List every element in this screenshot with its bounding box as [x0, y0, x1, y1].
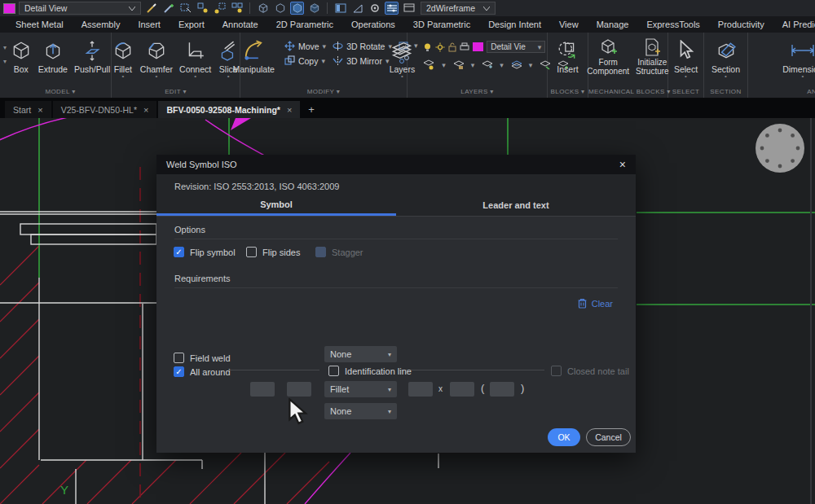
size-input-1[interactable] [408, 382, 433, 397]
select-similar-icon[interactable] [178, 2, 192, 15]
chamfer-button[interactable]: Chamfer• [137, 36, 176, 80]
menu-expresstools[interactable]: ExpressTools [637, 16, 708, 33]
layers-group-label[interactable]: LAYERS ▾ [408, 86, 547, 99]
select-button[interactable]: Select• [671, 36, 701, 80]
identification-line-checkbox[interactable]: Identification line [328, 366, 412, 376]
menu-productivity[interactable]: Productivity [709, 16, 773, 33]
tab-doc1[interactable]: V25-BFV-DN50-HL*× [53, 101, 157, 118]
manipulate-button[interactable]: Manipulate [230, 36, 278, 75]
fillet-button[interactable]: Fillet• [109, 36, 137, 80]
insert-button[interactable]: Insert [553, 36, 581, 75]
dialog-title-bar[interactable]: Weld Symbol ISO × [156, 155, 636, 174]
form-component-button[interactable]: Form Component [584, 36, 632, 77]
layer-states-icon[interactable] [511, 59, 522, 70]
weld-type-mid-dropdown[interactable]: Fillet▾ [324, 381, 397, 397]
menu-2d-parametric[interactable]: 2D Parametric [267, 16, 342, 33]
tab-doc2-active[interactable]: BFV-0050-92508-Machining*× [158, 101, 300, 118]
layer-freeze-toggle-icon[interactable] [482, 59, 492, 70]
tab-start[interactable]: Start× [5, 101, 51, 118]
move-button[interactable]: Move▾ [284, 41, 326, 51]
clear-button[interactable]: Clear [578, 298, 613, 309]
current-layer-color-swatch[interactable] [3, 3, 15, 14]
layer-freeze-sun-icon[interactable] [435, 42, 445, 52]
visual-style-dropdown[interactable]: 2dWireframe [421, 2, 496, 15]
menu-ai-predict[interactable]: AI Predict [773, 16, 815, 33]
menu-assembly[interactable]: Assembly [73, 16, 130, 33]
layer-state-dropdown[interactable]: Detail View [19, 2, 141, 15]
close-tab-icon[interactable]: × [37, 105, 42, 115]
menu-insert[interactable]: Insert [129, 16, 170, 33]
dialog-close-icon[interactable]: × [619, 159, 626, 170]
viewport-icon[interactable] [402, 2, 416, 15]
cancel-button[interactable]: Cancel [586, 428, 631, 446]
prefix-input-1[interactable] [250, 382, 275, 397]
magic-wand-icon[interactable] [161, 2, 175, 15]
menu-manage[interactable]: Manage [588, 16, 638, 33]
layer-lock-icon[interactable] [448, 42, 456, 52]
shaded-cube-icon[interactable] [290, 2, 304, 15]
tab-leader-and-text[interactable]: Leader and text [396, 195, 636, 216]
drawing-explorer-icon[interactable] [333, 2, 347, 15]
layer-lock-toggle-icon[interactable] [453, 59, 464, 70]
layers-button[interactable]: Layers• [386, 36, 419, 80]
extrude-button[interactable]: Extrude [35, 36, 71, 75]
layer-color-swatch[interactable] [473, 42, 483, 51]
menu-export[interactable]: Export [170, 16, 214, 33]
adaptive-grid-icon[interactable] [385, 2, 399, 15]
close-tab-icon[interactable]: × [287, 105, 292, 115]
size-input-3[interactable] [490, 382, 514, 397]
show-objects-icon[interactable] [230, 2, 244, 15]
all-around-checkbox[interactable]: ✓All around [174, 366, 231, 377]
hidden-lines-cube-icon[interactable] [273, 2, 287, 15]
model-group-label[interactable]: MODEL ▾ [10, 86, 111, 99]
flip-sides-checkbox[interactable]: Flip sides [246, 247, 300, 257]
settings-gear-icon[interactable] [368, 2, 381, 15]
menu-sheet-metal[interactable]: Sheet Metal [7, 16, 73, 33]
copy-button[interactable]: Copy▾ [284, 55, 326, 66]
menu-operations[interactable]: Operations [342, 16, 404, 33]
xray-cube-icon[interactable] [307, 2, 321, 15]
isolate-objects-icon[interactable] [196, 2, 209, 15]
weld-type-bottom-dropdown[interactable]: None▾ [324, 403, 397, 419]
weld-type-top-dropdown[interactable]: None▾ [324, 346, 397, 362]
section-button[interactable]: Section• [708, 36, 743, 80]
wireframe-cube-icon[interactable] [256, 2, 270, 15]
section-group-label[interactable]: SECTION [704, 86, 747, 99]
close-tab-icon[interactable]: × [143, 105, 148, 115]
modify-group-label[interactable]: MODIFY ▾ [240, 86, 407, 99]
push-pull-button[interactable]: Push/Pull [71, 36, 113, 75]
menu-annotate[interactable]: Annotate [214, 16, 267, 33]
menu-design-intent[interactable]: Design Intent [479, 16, 550, 33]
blocks-group-label[interactable]: BLOCKS ▾ [548, 86, 588, 99]
edit-group-label[interactable]: EDIT ▾ [112, 86, 240, 99]
prefix-input-2[interactable] [287, 382, 311, 397]
ok-button[interactable]: OK [548, 428, 580, 446]
ribbon-group-blocks: Insert BLOCKS ▾ [548, 33, 588, 99]
checkbox-checked-icon: ✓ [174, 366, 184, 377]
annotate-group-label[interactable]: ANNOTATE [748, 86, 815, 99]
3d-mirror-button[interactable]: 3D Mirror▾ [333, 55, 392, 66]
menu-view[interactable]: View [550, 16, 588, 33]
3d-rotate-button[interactable]: 3D Rotate▾ [333, 41, 392, 51]
tab-symbol[interactable]: Symbol [156, 195, 396, 216]
manipulate-icon [242, 37, 265, 64]
paintbrush-icon[interactable] [144, 2, 158, 15]
layer-dropdown[interactable]: Detail Vie▾ [487, 41, 545, 53]
size-input-2[interactable] [450, 382, 474, 397]
select-group-label[interactable]: SELECT [668, 86, 703, 99]
box-button[interactable]: Box [7, 36, 35, 75]
new-tab-button[interactable]: + [302, 101, 321, 118]
field-weld-checkbox[interactable]: Field weld [174, 353, 231, 363]
mechanical-blocks-group-label[interactable]: MECHANICAL BLOCKS ▾ [588, 86, 667, 99]
menu-3d-parametric[interactable]: 3D Parametric [404, 16, 479, 33]
initialize-structure-button[interactable]: Initialize Structure [632, 36, 672, 77]
layer-isolate-icon[interactable] [423, 59, 434, 70]
checkbox-unchecked-icon [246, 247, 257, 257]
draft-angle-icon[interactable] [350, 2, 364, 15]
connect-button[interactable]: Connect• [176, 36, 214, 80]
dimension-button[interactable]: Dimension• [779, 36, 815, 80]
hide-objects-icon[interactable] [213, 2, 227, 15]
layer-on-bulb-icon[interactable] [423, 42, 432, 52]
flip-symbol-checkbox[interactable]: ✓Flip symbol [174, 247, 236, 257]
layer-print-icon[interactable] [460, 42, 469, 51]
